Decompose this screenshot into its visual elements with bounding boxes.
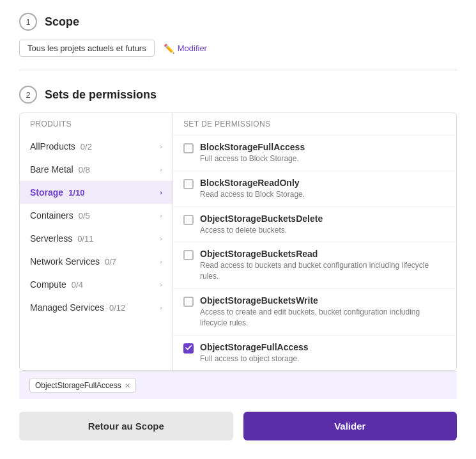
sidebar-item-count-containers: 0/5 [79, 211, 90, 221]
sidebar-item-containers[interactable]: Containers 0/5 › [20, 204, 173, 227]
sidebar-item-count-networkservices: 0/7 [105, 257, 116, 267]
chevron-icon-allproducts: › [160, 143, 162, 150]
sidebar-item-label-allproducts: AllProducts [30, 141, 75, 152]
modifier-button[interactable]: ✏️ Modifier [164, 43, 207, 54]
permission-item-obj-read: ObjectStorageBucketsRead Read access to … [173, 242, 456, 288]
sidebar-item-label-networkservices: Network Services [30, 256, 100, 267]
step1-header: 1 Scope [19, 13, 457, 31]
sidebar-item-count-managedservices: 0/12 [109, 303, 125, 313]
permissions-section: 2 Sets de permissions Produits AllProduc… [19, 86, 457, 399]
sidebar-item-label-serverless: Serverless [30, 233, 72, 244]
checkbox-obj-write[interactable] [183, 297, 194, 307]
step1-title: Scope [45, 15, 79, 29]
perm-desc-obj-delete: Access to delete buckets. [200, 225, 323, 236]
permission-item-obj-delete: ObjectStorageBucketsDelete Access to del… [173, 206, 456, 242]
perm-text-block-read: BlockStorageReadOnly Read access to Bloc… [200, 178, 305, 200]
sidebar-item-label-storage: Storage [30, 187, 63, 198]
sidebar-item-count-baremetal: 0/8 [79, 165, 90, 175]
sidebar-item-label-containers: Containers [30, 210, 73, 221]
perm-desc-block-full: Full access to Block Storage. [200, 153, 305, 164]
sidebar-item-compute[interactable]: Compute 0/4 › [20, 273, 173, 296]
sidebar-item-storage[interactable]: Storage 1/10 › [20, 181, 173, 204]
perm-desc-obj-read: Read access to buckets and bucket config… [200, 260, 446, 282]
checkbox-obj-delete[interactable] [183, 215, 194, 225]
chevron-icon-networkservices: › [160, 258, 162, 265]
step1-number: 1 [19, 13, 37, 31]
sidebar-header: Produits [20, 113, 173, 135]
perm-text-obj-delete: ObjectStorageBucketsDelete Access to del… [200, 214, 323, 236]
chevron-icon-containers: › [160, 212, 162, 219]
footer-buttons: Retour au Scope Valider [19, 412, 457, 440]
chevron-icon-storage: › [160, 189, 162, 196]
perm-text-obj-full: ObjectStorageFullAccess Full access to o… [200, 342, 309, 364]
sidebar-item-count-compute: 0/4 [72, 280, 83, 290]
validate-button[interactable]: Valider [243, 412, 457, 440]
perm-name-block-full: BlockStorageFullAccess [200, 142, 305, 152]
sidebar-item-label-compute: Compute [30, 279, 66, 290]
permissions-panel: Produits AllProducts 0/2 › Bare Metal 0/… [19, 113, 457, 371]
perm-desc-obj-full: Full access to object storage. [200, 354, 309, 364]
perm-text-block-full: BlockStorageFullAccess Full access to Bl… [200, 142, 305, 164]
perm-name-obj-write: ObjectStorageBucketsWrite [200, 295, 446, 306]
modifier-label: Modifier [178, 43, 207, 53]
checkbox-obj-full[interactable] [183, 343, 194, 354]
sidebar-item-count-storage: 1/10 [68, 188, 84, 198]
tag-label: ObjectStorageFullAccess [35, 381, 121, 390]
perm-text-obj-read: ObjectStorageBucketsRead Read access to … [200, 249, 446, 282]
checkbox-obj-read[interactable] [183, 250, 194, 260]
step2-title: Sets de permissions [45, 88, 157, 102]
permissions-right-header: Set de permissions [173, 113, 456, 135]
tag-close-icon[interactable]: × [125, 381, 130, 390]
permission-item-obj-write: ObjectStorageBucketsWrite Access to crea… [173, 288, 456, 335]
tag-obj-full-access: ObjectStorageFullAccess × [29, 378, 136, 393]
perm-desc-block-read: Read access to Block Storage. [200, 189, 305, 200]
products-sidebar: Produits AllProducts 0/2 › Bare Metal 0/… [20, 113, 173, 370]
chevron-icon-baremetal: › [160, 166, 162, 173]
section-divider [19, 70, 457, 70]
scope-badge-row: Tous les projets actuels et futurs ✏️ Mo… [19, 40, 457, 57]
permission-item-obj-full: ObjectStorageFullAccess Full access to o… [173, 335, 456, 371]
pencil-icon: ✏️ [164, 43, 174, 54]
checkbox-block-read[interactable] [183, 179, 194, 189]
chevron-icon-managedservices: › [160, 304, 162, 311]
sidebar-item-label-baremetal: Bare Metal [30, 164, 73, 175]
scope-badge: Tous les projets actuels et futurs [19, 40, 155, 57]
sidebar-item-baremetal[interactable]: Bare Metal 0/8 › [20, 158, 173, 181]
perm-name-obj-delete: ObjectStorageBucketsDelete [200, 214, 323, 224]
permission-item-block-read: BlockStorageReadOnly Read access to Bloc… [173, 171, 456, 206]
sidebar-item-label-managedservices: Managed Services [30, 302, 104, 313]
sidebar-item-networkservices[interactable]: Network Services 0/7 › [20, 250, 173, 273]
sidebar-item-managedservices[interactable]: Managed Services 0/12 › [20, 296, 173, 319]
checkbox-block-full[interactable] [183, 143, 194, 153]
permissions-right: Set de permissions BlockStorageFullAcces… [173, 113, 456, 370]
chevron-icon-compute: › [160, 281, 162, 288]
step2-number: 2 [19, 86, 37, 104]
page-container: 1 Scope Tous les projets actuels et futu… [0, 0, 476, 453]
sidebar-item-count-serverless: 0/11 [77, 234, 93, 244]
perm-name-obj-read: ObjectStorageBucketsRead [200, 249, 446, 259]
perm-desc-obj-write: Access to create and edit buckets, bucke… [200, 307, 446, 329]
perm-text-obj-write: ObjectStorageBucketsWrite Access to crea… [200, 295, 446, 329]
step2-header: 2 Sets de permissions [19, 86, 457, 104]
scope-section: 1 Scope Tous les projets actuels et futu… [19, 13, 457, 70]
sidebar-item-allproducts[interactable]: AllProducts 0/2 › [20, 135, 173, 158]
permission-item-block-full: BlockStorageFullAccess Full access to Bl… [173, 135, 456, 171]
perm-name-block-read: BlockStorageReadOnly [200, 178, 305, 188]
chevron-icon-serverless: › [160, 235, 162, 242]
back-button[interactable]: Retour au Scope [19, 412, 233, 440]
sidebar-item-count-allproducts: 0/2 [81, 142, 92, 152]
tags-row: ObjectStorageFullAccess × [19, 371, 457, 399]
perm-name-obj-full: ObjectStorageFullAccess [200, 342, 309, 352]
sidebar-item-serverless[interactable]: Serverless 0/11 › [20, 227, 173, 250]
